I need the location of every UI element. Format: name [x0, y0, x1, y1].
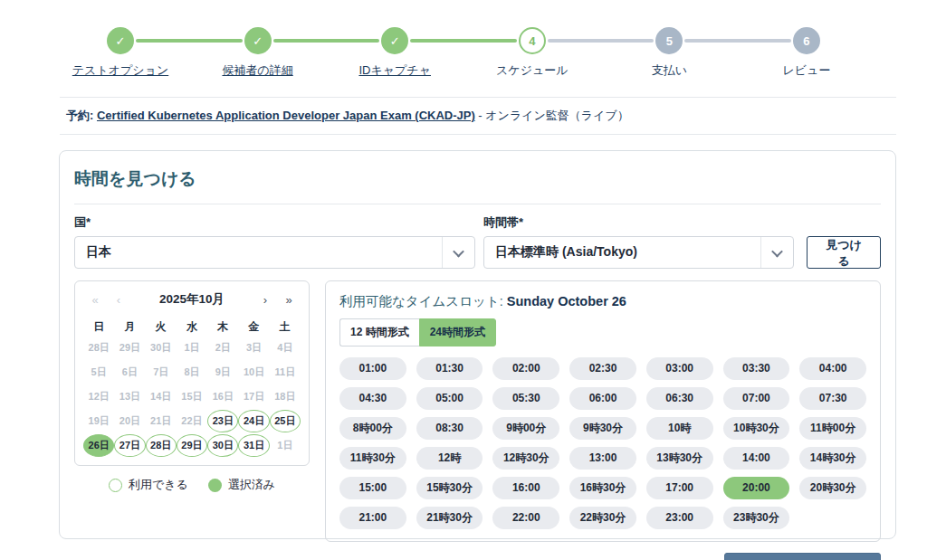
timeslot-pill[interactable]: 12時30分	[492, 447, 559, 470]
calendar-day: 14日	[146, 385, 177, 408]
calendar: « ‹ 2025年10月 › » 日月火水木金土 28日29日30日1日2日3日…	[74, 280, 310, 466]
calendar-day[interactable]: 29日	[177, 434, 207, 457]
timeslot-pill[interactable]: 01:30	[416, 357, 483, 380]
exam-link[interactable]: Certified Kubernetes Application Develop…	[97, 109, 475, 122]
timeslot-pill[interactable]: 9時30分	[569, 417, 636, 440]
calendar-day: 16日	[207, 385, 238, 408]
stepper-step-4: 4スケジュール	[464, 27, 600, 79]
weekday-label: 日	[83, 317, 114, 337]
calendar-day: 28日	[83, 337, 114, 359]
timeslot-pill[interactable]: 07:00	[723, 387, 790, 410]
timeslot-pill[interactable]: 05:30	[492, 387, 559, 410]
stepper-step-1[interactable]: ✓テストオプション	[53, 27, 188, 79]
timeslot-pill[interactable]: 16時30分	[569, 477, 636, 499]
calendar-day[interactable]: 27日	[114, 434, 145, 457]
calendar-day: 12日	[83, 385, 114, 408]
find-button[interactable]: 見つける	[807, 236, 881, 269]
timeslot-pill[interactable]: 13:00	[569, 447, 636, 470]
timeslot-pill[interactable]: 05:00	[416, 387, 483, 410]
timeslot-pill[interactable]: 22時30分	[569, 507, 636, 529]
timeslot-pill[interactable]: 10時	[646, 417, 713, 440]
content-row: « ‹ 2025年10月 › » 日月火水木金土 28日29日30日1日2日3日…	[74, 280, 881, 542]
timezone-value: 日本標準時 (Asia/Tokyo)	[484, 244, 760, 261]
timeslots-header-label: 利用可能なタイムスロット:	[339, 294, 507, 308]
last-month-icon[interactable]: »	[277, 293, 301, 307]
calendar-day: 2日	[207, 337, 238, 359]
timeslot-pill[interactable]: 11時30分	[339, 447, 406, 470]
scheduling-page: ✓テストオプション✓候補者の詳細✓IDキャプチャ4スケジュール5支払い6レビュー…	[0, 0, 927, 560]
step-label: IDキャプチャ	[358, 62, 431, 79]
timeslot-pill[interactable]: 13時30分	[646, 447, 713, 470]
first-month-icon[interactable]: «	[83, 293, 107, 307]
timeslot-pill[interactable]: 23:00	[646, 507, 713, 529]
calendar-legend: 利用できる 選択済み	[74, 477, 310, 493]
timeslot-pill[interactable]: 20時30分	[799, 477, 866, 499]
calendar-day[interactable]: 26日	[83, 434, 114, 457]
weekday-label: 金	[238, 317, 269, 337]
calendar-day: 1日	[270, 434, 301, 457]
calendar-column: « ‹ 2025年10月 › » 日月火水木金土 28日29日30日1日2日3日…	[74, 280, 310, 542]
timeslot-pill[interactable]: 8時00分	[339, 417, 406, 440]
timeslot-pill[interactable]: 21時30分	[416, 507, 483, 529]
timeslot-pill[interactable]: 06:30	[646, 387, 713, 410]
timeslot-pill[interactable]: 04:00	[799, 357, 866, 380]
timezone-select[interactable]: 日本標準時 (Asia/Tokyo)	[483, 236, 794, 269]
timeslot-pill[interactable]: 12時	[416, 447, 483, 470]
stepper-step-5: 5支払い	[601, 27, 737, 79]
calendar-day: 10日	[238, 361, 269, 384]
timeslot-pill[interactable]: 15:00	[339, 477, 406, 499]
timeslot-pill[interactable]: 01:00	[339, 357, 406, 380]
timeslots-grid: 01:0001:3002:0002:3003:0003:3004:0004:30…	[339, 357, 866, 529]
calendar-day[interactable]: 25日	[270, 410, 301, 432]
tab-time-format-24h[interactable]: 24時間形式	[419, 318, 496, 346]
timeslot-pill[interactable]: 20:00	[723, 477, 790, 499]
check-icon: ✓	[107, 27, 134, 54]
timeslot-pill[interactable]: 16:00	[492, 477, 559, 499]
chevron-down-icon	[760, 237, 793, 268]
progress-stepper: ✓テストオプション✓候補者の詳細✓IDキャプチャ4スケジュール5支払い6レビュー	[53, 27, 874, 79]
timeslot-pill[interactable]: 9時00分	[492, 417, 559, 440]
tab-time-format-12h[interactable]: 12 時間形式	[339, 318, 419, 346]
legend-selected-label: 選択済み	[228, 477, 275, 493]
timeslot-pill[interactable]: 02:30	[569, 357, 636, 380]
timeslot-pill[interactable]: 08:30	[416, 417, 483, 440]
calendar-day: 4日	[270, 337, 301, 359]
booking-summary-bar: 予約: Certified Kubernetes Application Dev…	[60, 97, 896, 135]
timeslot-pill[interactable]: 14時30分	[799, 447, 866, 470]
calendar-day: 18日	[270, 385, 301, 408]
calendar-day[interactable]: 28日	[146, 434, 177, 457]
prev-month-icon[interactable]: ‹	[107, 293, 130, 307]
timeslot-pill[interactable]: 03:00	[646, 357, 713, 380]
booking-suffix: - オンライン監督（ライブ）	[475, 109, 629, 122]
timeslot-pill[interactable]: 02:00	[492, 357, 559, 380]
timeslot-pill[interactable]: 06:00	[569, 387, 636, 410]
timeslot-pill[interactable]: 15時30分	[416, 477, 483, 499]
book-timeslot-button[interactable]: この時間スロットを予約	[724, 553, 881, 560]
timeslot-pill[interactable]: 04:30	[339, 387, 406, 410]
calendar-day: 6日	[114, 361, 145, 384]
calendar-day[interactable]: 23日	[207, 410, 238, 432]
calendar-day[interactable]: 31日	[238, 434, 269, 457]
timeslot-pill[interactable]: 11時00分	[799, 417, 866, 440]
calendar-day: 11日	[270, 361, 301, 384]
timeslot-pill[interactable]: 22:00	[492, 507, 559, 529]
calendar-day: 1日	[177, 337, 207, 359]
stepper-step-2[interactable]: ✓候補者の詳細	[190, 27, 326, 79]
calendar-day[interactable]: 24日	[238, 410, 269, 432]
timeslot-pill[interactable]: 07:30	[799, 387, 866, 410]
country-select[interactable]: 日本	[74, 236, 475, 269]
timeslot-pill[interactable]: 17:00	[646, 477, 713, 499]
next-month-icon[interactable]: ›	[253, 293, 277, 307]
stepper-step-3[interactable]: ✓IDキャプチャ	[327, 27, 463, 79]
calendar-day[interactable]: 30日	[207, 434, 238, 457]
weekday-header: 日月火水木金土	[83, 317, 301, 337]
timeslot-pill[interactable]: 21:00	[339, 507, 406, 529]
timeslot-pill[interactable]: 10時30分	[723, 417, 790, 440]
country-value: 日本	[75, 244, 442, 261]
timeslot-pill[interactable]: 23時30分	[723, 507, 790, 529]
step-number: 6	[793, 27, 820, 54]
calendar-day: 9日	[207, 361, 238, 384]
timeslot-pill[interactable]: 14:00	[723, 447, 790, 470]
legend-available-label: 利用できる	[129, 477, 188, 493]
timeslot-pill[interactable]: 03:30	[723, 357, 790, 380]
